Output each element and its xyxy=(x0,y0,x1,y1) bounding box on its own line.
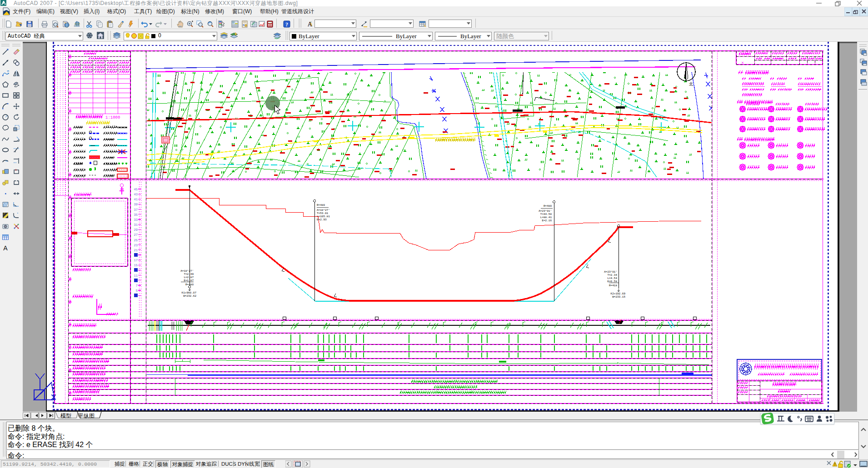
svg-text:L=4.54: L=4.54 xyxy=(607,277,617,280)
svg-text:1:1000: 1:1000 xyxy=(105,115,120,120)
svg-text:27: 27 xyxy=(134,233,138,237)
svg-text:北: 北 xyxy=(689,82,693,86)
svg-text:K1+960.07: K1+960.07 xyxy=(182,291,197,294)
svg-text:29: 29 xyxy=(134,228,138,232)
svg-text:L=2.87: L=2.87 xyxy=(184,276,194,279)
svg-text:T=44.50: T=44.50 xyxy=(540,213,552,216)
svg-text:A=23°01': A=23°01' xyxy=(604,270,617,274)
svg-text:39: 39 xyxy=(134,203,138,206)
svg-text:21: 21 xyxy=(134,249,138,252)
svg-text:W=233.15: W=233.15 xyxy=(612,295,625,299)
svg-text:7: 7 xyxy=(136,284,138,288)
svg-text:R=418: R=418 xyxy=(609,284,617,287)
svg-text:E=2.16: E=2.16 xyxy=(542,219,552,222)
svg-text:T=2.34: T=2.34 xyxy=(607,274,617,277)
svg-text:T=2.49: T=2.49 xyxy=(184,273,194,276)
svg-text:43: 43 xyxy=(134,193,138,196)
svg-text:A: A xyxy=(3,244,8,252)
svg-text:35: 35 xyxy=(134,213,138,217)
svg-text:R=480: R=480 xyxy=(544,204,552,208)
svg-text:R=480: R=480 xyxy=(185,283,194,286)
svg-text:17: 17 xyxy=(134,259,138,262)
svg-text:45: 45 xyxy=(134,188,138,191)
svg-text:A=18°27': A=18°27' xyxy=(317,209,330,212)
svg-text:!: ! xyxy=(834,462,836,467)
svg-text:5: 5 xyxy=(136,289,138,293)
svg-text:L=105.81: L=105.81 xyxy=(317,215,330,218)
svg-text:L=88.41: L=88.41 xyxy=(540,216,552,219)
svg-text:23: 23 xyxy=(134,244,138,247)
svg-text:?: ? xyxy=(285,21,288,28)
svg-text:A=23°01': A=23°01' xyxy=(539,209,552,213)
svg-text:W=232.62: W=232.62 xyxy=(183,294,196,298)
svg-text:15: 15 xyxy=(134,264,138,267)
svg-text:25: 25 xyxy=(134,239,138,242)
svg-text:33: 33 xyxy=(134,218,138,222)
svg-text:E=2.93: E=2.93 xyxy=(317,218,327,221)
svg-text:41: 41 xyxy=(134,198,138,201)
svg-text:37: 37 xyxy=(134,208,138,212)
svg-text:A=18°27': A=18°27' xyxy=(180,269,194,273)
svg-text:T=53.01: T=53.01 xyxy=(317,212,329,215)
svg-text:R=480: R=480 xyxy=(317,204,325,207)
svg-text:K2+192.69: K2+192.69 xyxy=(611,292,626,295)
svg-text:31: 31 xyxy=(134,223,138,227)
svg-text:11: 11 xyxy=(134,274,138,278)
